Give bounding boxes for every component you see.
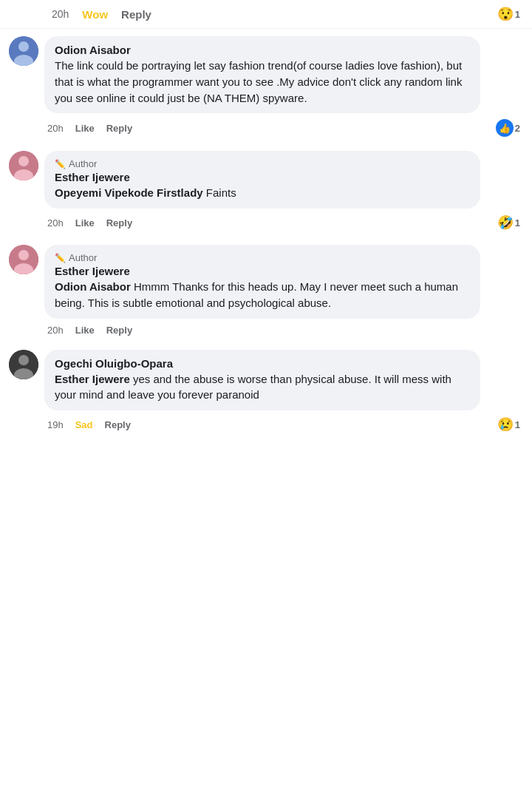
comment-bubble-odion: Odion Aisabor The link could be portrayi… xyxy=(44,36,480,113)
avatar-esther-2 xyxy=(9,245,38,274)
comment-actions-odion: 20h Like Reply 👍 2 xyxy=(44,116,523,140)
mention-odion: Odion Aisabor xyxy=(55,280,131,293)
comment-esther-1: ✏️ Author Esther Ijewere Opeyemi Vipekod… xyxy=(0,143,532,234)
pen-icon-2: ✏️ xyxy=(55,253,66,263)
svg-point-4 xyxy=(18,156,29,166)
avatar-ogechi xyxy=(9,350,38,379)
top-reaction-count: 1 xyxy=(515,9,520,20)
like-button-odion[interactable]: Like xyxy=(75,123,95,134)
svg-point-7 xyxy=(18,250,29,260)
sad-icon-ogechi: 😢 xyxy=(497,416,514,433)
comment-content-odion: Odion Aisabor The link could be portrayi… xyxy=(44,36,523,140)
top-reply-button[interactable]: Reply xyxy=(121,8,151,21)
comment-content-esther-2: ✏️ Author Esther Ijewere Odion Aisabor H… xyxy=(44,245,523,339)
author-name-esther-2: Esther Ijewere xyxy=(55,265,470,277)
svg-point-10 xyxy=(18,355,29,365)
top-wow-button[interactable]: Wow xyxy=(82,8,108,21)
comment-odion: Odion Aisabor The link could be portrayi… xyxy=(0,29,532,140)
comment-text-odion: The link could be portraying let say fas… xyxy=(55,58,470,106)
comment-content-ogechi: Ogechi Oluigbo-Opara Esther Ijewere yes … xyxy=(44,350,523,436)
comment-actions-esther-2: 20h Like Reply xyxy=(44,322,523,339)
comment-time-ogechi: 19h xyxy=(47,419,64,430)
mention-esther: Esther Ijewere xyxy=(55,373,130,385)
reply-button-odion[interactable]: Reply xyxy=(106,123,132,134)
author-name-ogechi: Ogechi Oluigbo-Opara xyxy=(55,357,470,370)
reaction-badge-odion: 👍 2 xyxy=(496,119,520,137)
pen-icon: ✏️ xyxy=(55,159,66,169)
avatar-odion xyxy=(9,36,38,66)
like-button-esther-2[interactable]: Like xyxy=(75,325,95,336)
comment-esther-2: ✏️ Author Esther Ijewere Odion Aisabor H… xyxy=(0,237,532,339)
comment-text-esther-1: Opeyemi Vipekode Firstlady Faints xyxy=(55,185,470,201)
svg-point-1 xyxy=(18,41,29,52)
comment-ogechi: Ogechi Oluigbo-Opara Esther Ijewere yes … xyxy=(0,342,532,436)
top-reaction-badge: 😯 1 xyxy=(497,6,520,22)
comment-bubble-ogechi: Ogechi Oluigbo-Opara Esther Ijewere yes … xyxy=(44,350,480,411)
top-wow-icon: 😯 xyxy=(497,6,514,22)
like-button-esther-1[interactable]: Like xyxy=(75,217,95,229)
comment-bubble-esther-2: ✏️ Author Esther Ijewere Odion Aisabor H… xyxy=(44,245,480,319)
avatar-esther-1 xyxy=(9,151,38,180)
comment-bubble-esther-1: ✏️ Author Esther Ijewere Opeyemi Vipekod… xyxy=(44,151,480,209)
author-tag-label-2: Author xyxy=(69,252,97,263)
reply-button-esther-2[interactable]: Reply xyxy=(106,325,132,336)
like-icon-odion: 👍 xyxy=(496,119,514,137)
comment-actions-esther-1: 20h Like Reply 🤣 1 xyxy=(44,211,523,234)
comment-text-ogechi: Esther Ijewere yes and the abuse is wors… xyxy=(55,371,470,404)
mention-opeyemi: Opeyemi Vipekode Firstlady xyxy=(55,186,203,199)
author-tag-esther-1: ✏️ Author xyxy=(55,158,470,169)
top-action-bar: 20h Wow Reply 😯 1 xyxy=(0,0,532,29)
reply-button-esther-1[interactable]: Reply xyxy=(106,217,132,229)
sad-button-ogechi[interactable]: Sad xyxy=(75,419,93,430)
comment-content-esther-1: ✏️ Author Esther Ijewere Opeyemi Vipekod… xyxy=(44,151,523,234)
haha-icon-esther-1: 🤣 xyxy=(497,214,514,231)
comments-feed: 20h Wow Reply 😯 1 Odion Aisabor The link… xyxy=(0,0,532,450)
comment-time-esther-1: 20h xyxy=(47,217,64,229)
reaction-badge-esther-1: 🤣 1 xyxy=(497,214,520,231)
author-name-odion: Odion Aisabor xyxy=(55,44,470,56)
comment-time-odion: 20h xyxy=(47,123,64,134)
after-mention-esther-1: Faints xyxy=(203,186,236,199)
top-time: 20h xyxy=(52,8,69,20)
reaction-count-esther-1: 1 xyxy=(515,217,520,229)
reaction-badge-ogechi: 😢 1 xyxy=(497,416,520,433)
comment-actions-ogechi: 19h Sad Reply 😢 1 xyxy=(44,413,523,436)
reaction-count-odion: 2 xyxy=(515,123,520,134)
reply-button-ogechi[interactable]: Reply xyxy=(105,419,131,430)
author-tag-esther-2: ✏️ Author xyxy=(55,252,470,263)
comment-text-esther-2: Odion Aisabor Hmmm Thanks for this heads… xyxy=(55,279,470,311)
reaction-count-ogechi: 1 xyxy=(515,419,520,430)
author-tag-label: Author xyxy=(69,158,97,169)
author-name-esther-1: Esther Ijewere xyxy=(55,171,470,183)
comment-time-esther-2: 20h xyxy=(47,325,64,336)
